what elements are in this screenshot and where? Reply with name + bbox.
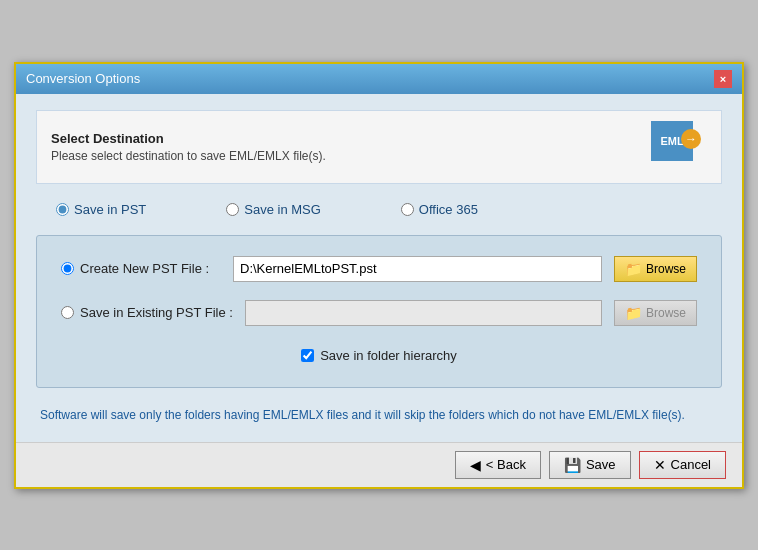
conversion-options-dialog: Conversion Options × Select Destination … xyxy=(14,62,744,489)
office-365-option[interactable]: Office 365 xyxy=(401,202,478,217)
eml-icon-container: EML → xyxy=(651,121,707,173)
destination-radio-group: Save in PST Save in MSG Office 365 xyxy=(36,196,722,223)
header-text: Select Destination Please select destina… xyxy=(51,131,326,163)
folder-icon: 📁 xyxy=(625,261,642,277)
save-icon: 💾 xyxy=(564,457,581,473)
save-folder-hierarchy-checkbox[interactable] xyxy=(301,349,314,362)
create-browse-label: Browse xyxy=(646,262,686,276)
save-existing-pst-label[interactable]: Save in Existing PST File : xyxy=(61,305,233,320)
save-in-pst-radio[interactable] xyxy=(56,203,69,216)
close-button[interactable]: × xyxy=(714,70,732,88)
cancel-button[interactable]: ✕ Cancel xyxy=(639,451,726,479)
cancel-icon: ✕ xyxy=(654,457,666,473)
save-in-msg-option[interactable]: Save in MSG xyxy=(226,202,321,217)
save-existing-pst-input[interactable] xyxy=(245,300,602,326)
save-in-msg-label: Save in MSG xyxy=(244,202,321,217)
cancel-label: Cancel xyxy=(671,457,711,472)
save-in-msg-radio[interactable] xyxy=(226,203,239,216)
header-subtitle: Please select destination to save EML/EM… xyxy=(51,149,326,163)
save-folder-hierarchy-label: Save in folder hierarchy xyxy=(320,348,457,363)
back-label: < Back xyxy=(486,457,526,472)
create-new-pst-row: Create New PST File : D:\\KernelEMLtoPST… xyxy=(61,256,697,282)
office-365-label: Office 365 xyxy=(419,202,478,217)
office-365-radio[interactable] xyxy=(401,203,414,216)
eml-arrow-icon: → xyxy=(681,129,701,149)
eml-icon-label: EML xyxy=(660,135,683,147)
save-existing-pst-radio[interactable] xyxy=(61,306,74,319)
save-existing-browse-button[interactable]: 📁 Browse xyxy=(614,300,697,326)
existing-browse-label: Browse xyxy=(646,306,686,320)
create-new-pst-label[interactable]: Create New PST File : xyxy=(61,261,221,276)
save-button[interactable]: 💾 Save xyxy=(549,451,631,479)
header-section: Select Destination Please select destina… xyxy=(36,110,722,184)
info-text: Software will save only the folders havi… xyxy=(36,400,722,430)
save-in-pst-option[interactable]: Save in PST xyxy=(56,202,146,217)
back-icon: ◀ xyxy=(470,457,481,473)
header-title: Select Destination xyxy=(51,131,326,146)
checkbox-row: Save in folder hierarchy xyxy=(61,344,697,367)
save-existing-pst-row: Save in Existing PST File : 📁 Browse xyxy=(61,300,697,326)
create-new-pst-radio[interactable] xyxy=(61,262,74,275)
create-new-browse-button[interactable]: 📁 Browse xyxy=(614,256,697,282)
options-box: Create New PST File : D:\\KernelEMLtoPST… xyxy=(36,235,722,388)
save-in-pst-label: Save in PST xyxy=(74,202,146,217)
save-folder-hierarchy-option[interactable]: Save in folder hierarchy xyxy=(301,348,457,363)
folder-icon-disabled: 📁 xyxy=(625,305,642,321)
dialog-title: Conversion Options xyxy=(26,71,140,86)
footer: ◀ < Back 💾 Save ✕ Cancel xyxy=(16,442,742,487)
title-bar: Conversion Options × xyxy=(16,64,742,94)
create-new-pst-input[interactable]: D:\\KernelEMLtoPST.pst xyxy=(233,256,602,282)
eml-icon: EML → xyxy=(651,121,693,161)
dialog-content: Select Destination Please select destina… xyxy=(16,94,742,442)
save-label: Save xyxy=(586,457,616,472)
back-button[interactable]: ◀ < Back xyxy=(455,451,541,479)
